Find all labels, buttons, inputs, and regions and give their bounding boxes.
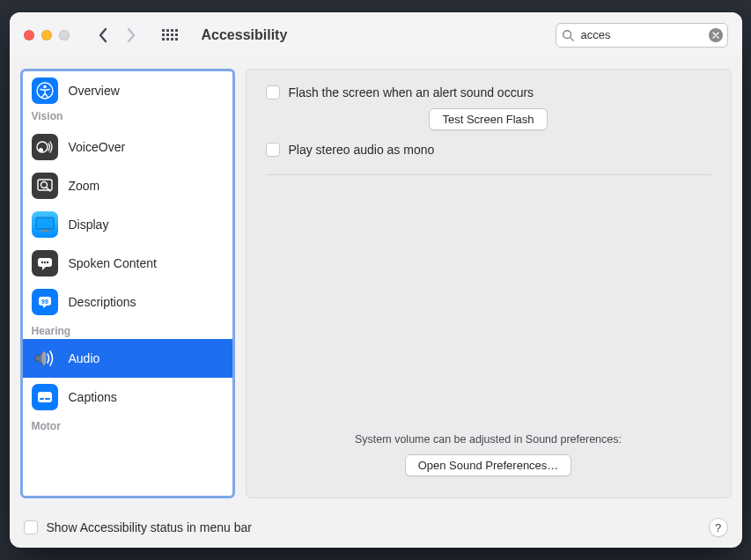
search-field-wrap	[556, 23, 728, 48]
sidebar-item-label: Overview	[69, 84, 120, 98]
svg-line-1	[570, 37, 573, 41]
forward-button	[121, 23, 142, 48]
chevron-right-icon	[126, 27, 136, 43]
window-controls	[24, 30, 70, 41]
stereo-mono-row: Play stereo audio as mono	[266, 143, 711, 157]
sidebar-item-overview[interactable]: Overview	[23, 71, 232, 110]
preferences-window: Accessibility Overview Vision	[10, 12, 742, 548]
divider	[266, 174, 711, 175]
descriptions-icon: 99	[32, 289, 58, 315]
svg-rect-6	[38, 180, 52, 190]
back-button[interactable]	[92, 23, 114, 48]
sidebar-item-label: Audio	[69, 351, 100, 365]
sidebar: Overview Vision VoiceOver Zoom Dis	[20, 69, 235, 498]
footer-bar: Show Accessibility status in menu bar ?	[10, 509, 742, 548]
svg-point-17	[41, 351, 46, 365]
titlebar: Accessibility	[10, 12, 742, 58]
sidebar-item-display[interactable]: Display	[23, 205, 232, 244]
audio-icon	[32, 345, 58, 372]
window-title: Accessibility	[202, 27, 288, 43]
sidebar-item-label: Zoom	[69, 179, 100, 193]
svg-rect-18	[38, 392, 52, 402]
sidebar-item-label: Display	[69, 217, 109, 232]
svg-point-13	[43, 262, 45, 263]
spoken-content-icon	[32, 250, 58, 276]
svg-rect-19	[40, 398, 44, 400]
sidebar-item-label: Spoken Content	[69, 256, 157, 270]
minimize-window-button[interactable]	[41, 30, 52, 41]
sidebar-item-label: Captions	[69, 390, 117, 404]
sidebar-item-label: VoiceOver	[69, 140, 126, 154]
svg-rect-9	[36, 217, 54, 229]
sidebar-item-label: Descriptions	[69, 295, 136, 309]
sidebar-item-zoom[interactable]: Zoom	[23, 166, 232, 205]
sidebar-item-voiceover[interactable]: VoiceOver	[23, 128, 232, 166]
section-hearing: Hearing	[23, 321, 232, 339]
open-sound-preferences-button[interactable]: Open Sound Preferences…	[405, 454, 572, 476]
section-vision: Vision	[23, 110, 232, 124]
captions-icon	[32, 384, 58, 410]
sidebar-item-captions[interactable]: Captions	[23, 378, 232, 416]
svg-rect-10	[41, 230, 48, 232]
close-window-button[interactable]	[24, 30, 34, 41]
svg-point-12	[40, 262, 42, 263]
flash-screen-checkbox[interactable]	[266, 85, 280, 99]
bottom-info: System volume can be adjusted in Sound p…	[266, 433, 711, 482]
flash-screen-row: Flash the screen when an alert sound occ…	[266, 85, 711, 99]
stereo-mono-checkbox[interactable]	[266, 143, 280, 157]
svg-rect-20	[45, 398, 50, 400]
content-pane: Flash the screen when an alert sound occ…	[246, 69, 732, 498]
sidebar-item-audio[interactable]: Audio	[23, 339, 232, 378]
svg-point-14	[46, 262, 48, 263]
flash-screen-label: Flash the screen when an alert sound occ…	[289, 85, 534, 99]
body-area: Overview Vision VoiceOver Zoom Dis	[10, 58, 742, 509]
voiceover-icon	[32, 134, 58, 160]
chevron-left-icon	[98, 27, 108, 43]
show-all-button[interactable]	[158, 23, 182, 48]
help-button[interactable]: ?	[709, 518, 728, 537]
section-motor: Motor	[23, 416, 232, 434]
search-icon	[562, 29, 574, 41]
svg-text:99: 99	[41, 298, 48, 305]
search-input[interactable]	[556, 23, 728, 48]
status-in-menubar-label: Show Accessibility status in menu bar	[47, 520, 252, 534]
x-icon	[712, 32, 719, 39]
display-icon	[32, 211, 58, 238]
grid-icon	[162, 29, 178, 41]
nav-arrows	[92, 23, 142, 48]
system-volume-hint: System volume can be adjusted in Sound p…	[266, 433, 711, 446]
svg-point-5	[39, 148, 43, 152]
sidebar-item-spoken-content[interactable]: Spoken Content	[23, 244, 232, 283]
zoom-window-button	[59, 30, 70, 41]
sidebar-item-descriptions[interactable]: 99 Descriptions	[23, 283, 232, 321]
svg-point-3	[43, 85, 47, 89]
clear-search-button[interactable]	[709, 28, 723, 42]
zoom-icon	[32, 173, 58, 199]
stereo-mono-label: Play stereo audio as mono	[289, 143, 435, 157]
test-screen-flash-button[interactable]: Test Screen Flash	[429, 108, 547, 130]
status-in-menubar-checkbox[interactable]	[24, 520, 38, 534]
overview-icon	[32, 77, 58, 104]
